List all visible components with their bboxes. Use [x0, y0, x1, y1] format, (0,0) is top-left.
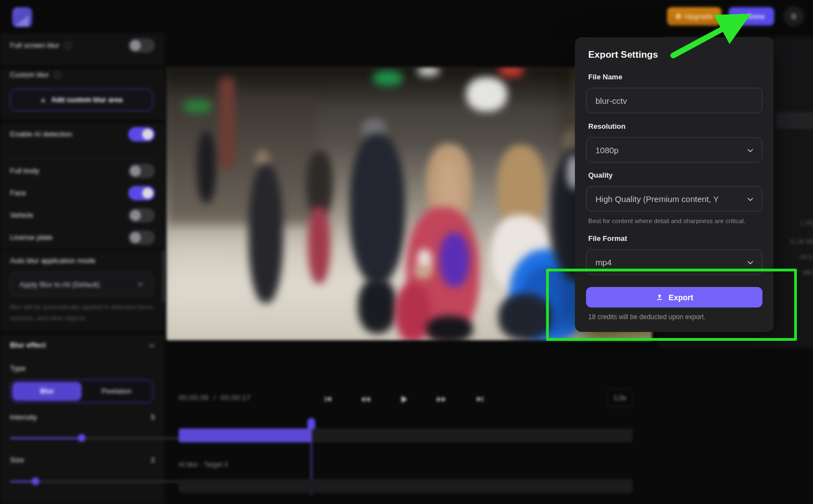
- gem-icon: [675, 13, 682, 20]
- user-avatar[interactable]: D: [784, 6, 804, 27]
- intensity-slider[interactable]: [10, 434, 153, 442]
- total-time: 00:00:17: [220, 394, 251, 402]
- top-bar: Upgrade ✓ Done D: [0, 0, 813, 33]
- play-button[interactable]: [396, 392, 411, 406]
- file-name-input[interactable]: blur-cctv: [586, 88, 762, 113]
- sidebar-scrollbar[interactable]: [163, 250, 164, 303]
- timecode: 00:00:05 / 00:00:17: [179, 394, 251, 402]
- size-value: 2: [151, 456, 155, 464]
- slider-thumb[interactable]: [78, 434, 85, 442]
- resolution-label: Resolution: [588, 122, 625, 130]
- skip-start-icon: [324, 395, 332, 404]
- clip-duration: 00:17: [800, 254, 813, 260]
- blur-type-segmented-control: Blur Pixelation: [10, 380, 153, 403]
- skip-end-icon: [476, 395, 484, 404]
- playhead-handle[interactable]: [307, 418, 315, 429]
- blur-clip-segment[interactable]: [179, 429, 311, 442]
- chevron-down-icon[interactable]: [148, 342, 155, 349]
- quality-label: Quality: [588, 171, 613, 179]
- face-toggle[interactable]: [128, 186, 155, 200]
- face-label: Face: [10, 189, 26, 197]
- chevron-down-icon: [746, 259, 753, 265]
- full-body-label: Full body: [10, 167, 39, 175]
- size-slider[interactable]: [10, 477, 153, 485]
- done-button[interactable]: ✓ Done: [729, 7, 774, 26]
- resolution-select[interactable]: 1080p: [586, 137, 762, 163]
- intensity-label: Intensity: [10, 413, 37, 421]
- skip-end-button[interactable]: [473, 392, 487, 406]
- clip-filesize: 11.35 MB: [790, 238, 813, 245]
- size-label: Size: [10, 456, 24, 464]
- clip-label: AI blur - Target 3: [179, 461, 228, 468]
- divider: [10, 158, 155, 158]
- full-screen-blur-toggle[interactable]: [128, 38, 155, 53]
- type-label: Type: [10, 364, 26, 372]
- chevron-down-icon: [137, 281, 144, 288]
- clip-format: MP4: [802, 269, 813, 276]
- modal-title: Export Settings: [588, 49, 658, 61]
- blur-effect-label: Blur effect: [10, 341, 46, 349]
- upgrade-button[interactable]: Upgrade: [667, 7, 721, 26]
- custom-blur-label: Custom blur: [10, 70, 49, 79]
- left-sidebar: Full screen blur i Custom blur i + Add c…: [0, 33, 165, 504]
- quality-select[interactable]: High Quality (Premium content, Y: [586, 186, 762, 211]
- license-plate-label: License plate: [10, 233, 53, 241]
- info-icon[interactable]: i: [53, 71, 61, 79]
- file-format-label: File Format: [588, 234, 627, 243]
- full-screen-blur-label: Full screen blur: [10, 41, 59, 49]
- plus-icon: +: [41, 95, 46, 105]
- info-icon[interactable]: i: [64, 42, 72, 49]
- rewind-button[interactable]: [358, 392, 372, 406]
- chevron-down-icon: [746, 195, 753, 202]
- play-icon: [398, 394, 409, 405]
- enable-ai-detection-label: Enable AI detection: [10, 130, 72, 138]
- app-window: Upgrade ✓ Done D Full screen blur i: [0, 0, 813, 504]
- tab-pixelation[interactable]: Pixelation: [82, 382, 151, 401]
- vehicle-label: Vehicle: [10, 211, 33, 219]
- done-label: Done: [748, 13, 765, 21]
- full-body-toggle[interactable]: [128, 164, 155, 178]
- panel-button[interactable]: [775, 112, 813, 129]
- vehicle-toggle[interactable]: [128, 208, 155, 223]
- intensity-value: 5: [151, 413, 155, 421]
- auto-blur-mode-select[interactable]: Apply Blur to All (Default): [10, 272, 153, 296]
- clip-bitrate: 1,29p: [800, 219, 813, 226]
- quality-description: Best for content where detail and sharpn…: [588, 218, 745, 224]
- slider-thumb[interactable]: [32, 477, 39, 485]
- upgrade-label: Upgrade: [685, 13, 713, 21]
- timeline-track-1[interactable]: [179, 429, 633, 442]
- check-icon: ✓: [738, 12, 744, 21]
- timeline-track-2[interactable]: [179, 479, 633, 493]
- license-plate-toggle[interactable]: [128, 230, 155, 245]
- fast-forward-icon: [436, 394, 447, 405]
- annotation-highlight-rectangle: [546, 269, 797, 341]
- playback-speed-button[interactable]: 1.0x: [607, 389, 633, 407]
- app-logo[interactable]: [12, 7, 32, 27]
- auto-blur-mode-label: Auto blur application mode: [10, 256, 95, 265]
- current-time: 00:00:05: [179, 394, 209, 402]
- file-name-label: File Name: [588, 73, 622, 81]
- auto-blur-mode-description: Blur will be automatically applied to de…: [10, 302, 156, 324]
- enable-ai-detection-toggle[interactable]: [128, 127, 155, 142]
- fast-forward-button[interactable]: [434, 392, 448, 406]
- chevron-down-icon: [746, 147, 753, 153]
- rewind-icon: [360, 394, 371, 405]
- skip-start-button[interactable]: [321, 392, 335, 406]
- add-custom-blur-area-button[interactable]: + Add custom blur area: [10, 89, 153, 111]
- tab-blur[interactable]: Blur: [12, 382, 82, 401]
